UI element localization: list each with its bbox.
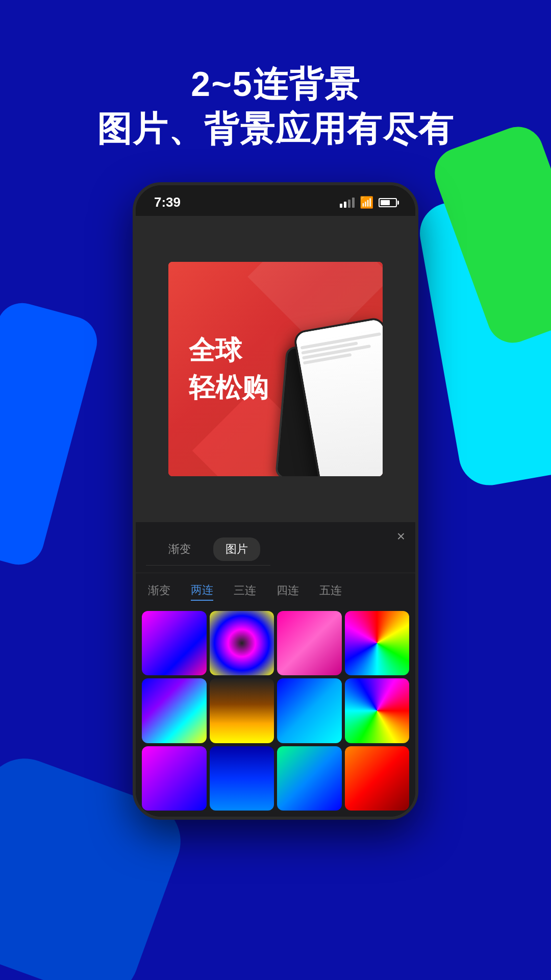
swatches-grid xyxy=(136,608,415,817)
signal-bar-1 xyxy=(340,204,342,208)
preview-text-line1: 全球 xyxy=(189,332,268,369)
sub-tab-two[interactable]: 两连 xyxy=(191,580,213,601)
signal-bar-3 xyxy=(348,200,350,208)
bottom-panel: 渐变 图片 × 渐变 两连 三连 四连 五连 xyxy=(136,522,415,817)
tab-gradient[interactable]: 渐变 xyxy=(156,537,203,561)
close-button[interactable]: × xyxy=(397,529,405,544)
swatch-8[interactable] xyxy=(345,678,410,743)
swatch-10[interactable] xyxy=(210,746,274,811)
status-time: 7:39 xyxy=(154,194,181,210)
status-bar: 7:39 📶 xyxy=(136,185,415,216)
page-title: 2~5连背景 图片、背景应用有尽有 xyxy=(0,61,551,152)
swatch-9[interactable] xyxy=(142,746,207,811)
battery-icon xyxy=(379,198,397,207)
signal-bar-4 xyxy=(352,198,355,208)
swatch-2[interactable] xyxy=(210,611,274,676)
swatch-11[interactable] xyxy=(277,746,342,811)
swatch-5[interactable] xyxy=(142,678,207,743)
sub-tabs: 渐变 两连 三连 四连 五连 xyxy=(136,573,415,608)
wifi-icon: 📶 xyxy=(360,196,373,209)
signal-bars-icon xyxy=(340,198,355,208)
preview-text-line2: 轻松购 xyxy=(189,369,268,406)
swatch-7[interactable] xyxy=(277,678,342,743)
swatch-1[interactable] xyxy=(142,611,207,676)
swatch-12[interactable] xyxy=(345,746,410,811)
preview-card: 全球 轻松购 xyxy=(168,262,383,476)
phone-mockup-wrapper: 7:39 📶 全球 轻松购 xyxy=(0,182,551,820)
app-content: 全球 轻松购 xyxy=(136,216,415,522)
phone-frame: 7:39 📶 全球 轻松购 xyxy=(133,182,418,820)
swatch-3[interactable] xyxy=(277,611,342,676)
swatch-6[interactable] xyxy=(210,678,274,743)
sub-tab-three[interactable]: 三连 xyxy=(234,580,256,601)
status-icons: 📶 xyxy=(340,196,397,209)
preview-text: 全球 轻松购 xyxy=(189,332,268,406)
sub-tab-gradient[interactable]: 渐变 xyxy=(148,580,170,601)
swatch-4[interactable] xyxy=(345,611,410,676)
sub-tab-five[interactable]: 五连 xyxy=(319,580,342,601)
signal-bar-2 xyxy=(344,202,346,208)
preview-image: 全球 轻松购 xyxy=(168,262,383,476)
tab-bar: 渐变 图片 xyxy=(146,529,270,566)
title-line2: 图片、背景应用有尽有 xyxy=(97,109,454,148)
title-section: 2~5连背景 图片、背景应用有尽有 xyxy=(0,0,551,182)
title-line1: 2~5连背景 xyxy=(191,64,360,103)
tab-image[interactable]: 图片 xyxy=(213,537,260,561)
tab-bar-wrapper: 渐变 图片 × xyxy=(136,522,415,573)
battery-fill xyxy=(381,200,390,205)
sub-tab-four[interactable]: 四连 xyxy=(277,580,299,601)
